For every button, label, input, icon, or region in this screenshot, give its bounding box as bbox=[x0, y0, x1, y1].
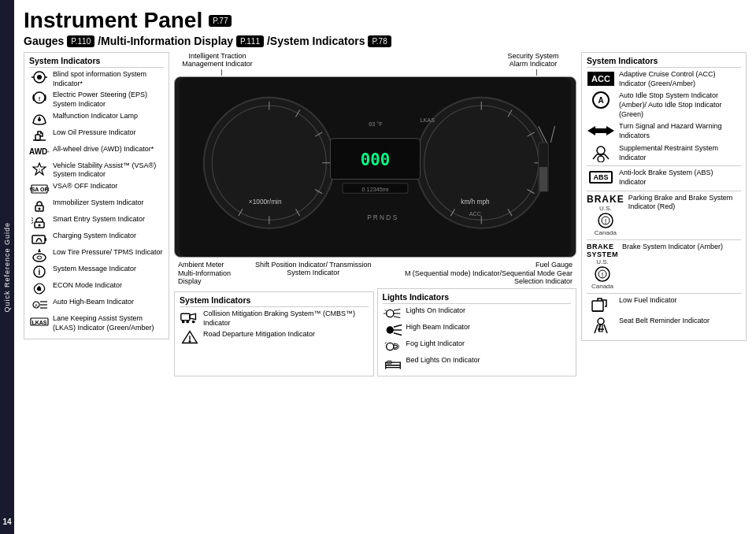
bottom-callouts: Ambient Meter Multi-Information Display … bbox=[174, 261, 576, 285]
svg-line-21 bbox=[32, 222, 33, 224]
malfunction-label: Malfunction Indicator Lamp bbox=[53, 112, 164, 121]
list-item: Collision Mitigation Braking System™ (CM… bbox=[180, 310, 369, 328]
turn-signal-label: Turn Signal and Hazard Warning Indicator… bbox=[619, 122, 741, 140]
list-item: LKAS Lane Keeping Assist System (LKAS) I… bbox=[29, 314, 164, 332]
svg-text:ACC: ACC bbox=[469, 210, 481, 217]
list-item: A Auto Idle Stop System Indicator (Amber… bbox=[587, 91, 741, 119]
low-oil-icon bbox=[29, 128, 50, 143]
title-ref: P.77 bbox=[209, 15, 232, 27]
parking-brake-icons: BRAKE U.S. ! Canada bbox=[587, 194, 624, 236]
list-item: i System Message Indicator bbox=[29, 265, 164, 279]
svg-text:!: ! bbox=[602, 271, 604, 279]
svg-rect-67 bbox=[539, 167, 547, 191]
list-item: Lights On Indicator bbox=[383, 306, 572, 321]
svg-point-74 bbox=[186, 321, 189, 324]
canada-label2: Canada bbox=[591, 283, 613, 290]
mid-ref: P.111 bbox=[236, 35, 264, 47]
divider3 bbox=[587, 239, 741, 240]
parking-brake-circle-icon: ! bbox=[595, 212, 616, 229]
instrument-diagram-area: Intelligent Traction Management Indicato… bbox=[174, 52, 576, 285]
right-bottom-callouts: Fuel Gauge M (Sequential mode) Indicator… bbox=[384, 261, 573, 285]
svg-point-18 bbox=[39, 224, 41, 227]
list-item: High Beam Indicator bbox=[383, 323, 572, 337]
svg-point-75 bbox=[192, 321, 195, 324]
svg-text:×1000r/min: ×1000r/min bbox=[249, 198, 282, 206]
svg-point-84 bbox=[386, 326, 393, 333]
line1 bbox=[221, 69, 222, 76]
left-system-indicators: System Indicators Blind spot information… bbox=[24, 52, 169, 339]
brake-badge: BRAKE bbox=[587, 194, 624, 205]
svg-point-40 bbox=[204, 98, 335, 228]
svg-text:0 12345mi: 0 12345mi bbox=[362, 186, 389, 193]
eps-label: Electric Power Steering (EPS) System Ind… bbox=[53, 91, 164, 109]
cmbs-icon bbox=[180, 310, 200, 324]
system-indicators-bottom: System Indicators Collisi bbox=[174, 291, 374, 376]
main-content: Instrument Panel P.77 Gauges P.110 /Mult… bbox=[14, 0, 756, 534]
list-item: Low Oil Pressure Indicator bbox=[29, 128, 164, 143]
srs-label: Supplemental Restraint System Indicator bbox=[619, 144, 741, 162]
svg-text:A: A bbox=[598, 96, 603, 105]
page-title: Instrument Panel P.77 bbox=[24, 8, 747, 33]
list-item: Smart Entry System Indicator bbox=[29, 215, 164, 229]
abs-badge: ABS bbox=[589, 171, 612, 184]
brake-system-circle-icon: ! bbox=[592, 265, 613, 283]
gauges-label: Gauges bbox=[24, 35, 64, 47]
svg-text:VSA OFF: VSA OFF bbox=[30, 187, 49, 192]
svg-text:!: ! bbox=[39, 95, 41, 102]
auto-highbeam-icon: A bbox=[29, 298, 50, 312]
immobilizer-label: Immobilizer System Indicator bbox=[53, 198, 164, 208]
svg-point-51 bbox=[416, 98, 547, 228]
blind-spot-icon bbox=[29, 70, 50, 84]
turn-signal-icon bbox=[587, 122, 615, 139]
sub-title: Gauges P.110 /Multi-Information Display … bbox=[24, 35, 747, 47]
multi-info-label: Multi-Information Display bbox=[178, 269, 243, 285]
svg-point-16 bbox=[39, 208, 41, 210]
road-departure-label: Road Departure Mitigation Indicator bbox=[203, 330, 369, 339]
svg-rect-22 bbox=[32, 235, 45, 243]
auto-highbeam-label: Auto High-Beam Indicator bbox=[53, 298, 164, 307]
divider2 bbox=[587, 191, 741, 191]
svg-point-99 bbox=[598, 156, 604, 162]
abs-label: Anti-lock Brake System (ABS) Indicator bbox=[619, 169, 741, 187]
list-item: Low Tire Pressure/ TPMS Indicator bbox=[29, 248, 164, 262]
bed-lights-icon bbox=[383, 356, 403, 370]
svg-point-1 bbox=[37, 75, 42, 80]
line2 bbox=[536, 69, 537, 76]
charging-icon bbox=[29, 232, 50, 246]
svg-rect-23 bbox=[45, 238, 46, 241]
acc-badge: ACC bbox=[587, 72, 614, 86]
title-text: Instrument Panel bbox=[24, 8, 202, 33]
list-item: BRAKE U.S. ! Canada Parking Brake and Br… bbox=[587, 194, 741, 236]
us-label: U.S. bbox=[599, 205, 612, 212]
svg-rect-8 bbox=[35, 135, 40, 140]
intelligent-traction-label: Intelligent Traction Management Indicato… bbox=[182, 52, 253, 68]
list-item: ACC Adaptive Cruise Control (ACC) Indica… bbox=[587, 70, 741, 88]
seatbelt-icon bbox=[587, 317, 615, 334]
sidebar: Quick Reference Guide 14 bbox=[0, 0, 14, 534]
vsa-label: Vehicle Stability Assist™ (VSA®) System … bbox=[53, 161, 164, 180]
svg-point-28 bbox=[37, 256, 42, 259]
high-beam-icon bbox=[383, 323, 403, 337]
right-column: System Indicators ACC Adaptive Cruise Co… bbox=[581, 52, 747, 525]
m-indicator-label: M (Sequential mode) Indicator/Sequential… bbox=[384, 269, 573, 285]
brake-system-badge: BRAKESYSTEM bbox=[587, 243, 618, 258]
list-item: ABS Anti-lock Brake System (ABS) Indicat… bbox=[587, 169, 741, 187]
svg-line-79 bbox=[393, 309, 399, 310]
vsa-off-icon: VSA OFF bbox=[29, 182, 50, 196]
sys-ref: P.78 bbox=[368, 35, 391, 47]
acc-label: Adaptive Cruise Control (ACC) Indicator … bbox=[619, 70, 741, 88]
low-oil-label: Low Oil Pressure Indicator bbox=[53, 128, 164, 138]
lkas-icon: LKAS bbox=[29, 314, 50, 328]
brake-system-icons: BRAKESYSTEM U.S. ! Canada bbox=[587, 243, 618, 290]
list-item: Supplemental Restraint System Indicator bbox=[587, 144, 741, 162]
svg-point-98 bbox=[597, 146, 605, 154]
acc-icon: ACC bbox=[587, 70, 615, 87]
abs-icon: ABS bbox=[587, 169, 615, 186]
bed-lights-label: Bed Lights On Indicator bbox=[406, 356, 572, 365]
econ-label: ECON Mode Indicator bbox=[53, 281, 164, 291]
road-departure-icon bbox=[180, 330, 200, 344]
us-label2: U.S. bbox=[596, 258, 609, 265]
awd-label: All-wheel drive (AWD) Indicator* bbox=[53, 145, 164, 154]
svg-text:63 °F: 63 °F bbox=[369, 121, 383, 128]
svg-point-27 bbox=[33, 254, 46, 261]
